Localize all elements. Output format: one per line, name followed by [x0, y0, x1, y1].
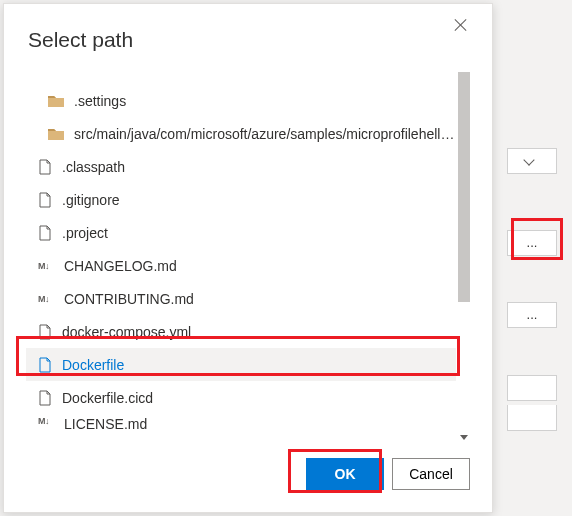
- markdown-icon: M↓: [38, 261, 54, 271]
- dialog-footer: OK Cancel: [4, 444, 492, 512]
- chevron-down-icon: [523, 154, 534, 165]
- tree-row-file[interactable]: .classpath: [26, 150, 456, 183]
- file-icon: [38, 159, 52, 175]
- tree-row-file[interactable]: M↓ CHANGELOG.md: [26, 249, 456, 282]
- background-browse-button-2[interactable]: ...: [507, 302, 557, 328]
- background-textarea[interactable]: [507, 375, 557, 401]
- dialog-header: Select path: [4, 4, 492, 62]
- close-icon[interactable]: [454, 18, 468, 32]
- scrollbar[interactable]: [458, 72, 470, 440]
- item-label: .gitignore: [62, 192, 120, 208]
- file-list[interactable]: .settings src/main/java/com/microsoft/az…: [26, 68, 456, 444]
- background-browse-button-1[interactable]: ...: [507, 230, 557, 256]
- background-textarea-part: [507, 405, 557, 431]
- select-path-dialog: Select path .settings src/main/java/com/…: [3, 3, 493, 513]
- file-icon: [38, 357, 52, 373]
- item-label: Dockerfile: [62, 357, 124, 373]
- file-icon: [38, 324, 52, 340]
- background-dropdown[interactable]: [507, 148, 557, 174]
- item-label: LICENSE.md: [64, 416, 147, 432]
- file-icon: [38, 225, 52, 241]
- tree-row-file[interactable]: Dockerfile.cicd: [26, 381, 456, 414]
- file-tree-panel: .settings src/main/java/com/microsoft/az…: [26, 68, 470, 444]
- tree-row-file-selected[interactable]: Dockerfile: [26, 348, 456, 381]
- folder-icon: [48, 127, 64, 141]
- scrollbar-thumb[interactable]: [458, 72, 470, 302]
- tree-row-file[interactable]: docker-compose.yml: [26, 315, 456, 348]
- item-label: CONTRIBUTING.md: [64, 291, 194, 307]
- item-label: .settings: [74, 93, 126, 109]
- tree-row-folder[interactable]: .settings: [26, 84, 456, 117]
- item-label: Dockerfile.cicd: [62, 390, 153, 406]
- tree-row-folder[interactable]: src/main/java/com/microsoft/azure/sample…: [26, 117, 456, 150]
- file-icon: [38, 390, 52, 406]
- item-label: .project: [62, 225, 108, 241]
- item-label: docker-compose.yml: [62, 324, 191, 340]
- item-label: CHANGELOG.md: [64, 258, 177, 274]
- ok-button[interactable]: OK: [306, 458, 384, 490]
- item-label: src/main/java/com/microsoft/azure/sample…: [74, 126, 456, 142]
- markdown-icon: M↓: [38, 416, 54, 426]
- cancel-button[interactable]: Cancel: [392, 458, 470, 490]
- tree-row-partial[interactable]: [26, 68, 456, 84]
- item-label: .classpath: [62, 159, 125, 175]
- tree-row-file[interactable]: .project: [26, 216, 456, 249]
- markdown-icon: M↓: [38, 294, 54, 304]
- file-icon: [38, 192, 52, 208]
- dialog-title: Select path: [28, 28, 133, 52]
- tree-row-file[interactable]: M↓ CONTRIBUTING.md: [26, 282, 456, 315]
- folder-icon: [48, 94, 64, 108]
- tree-row-file[interactable]: M↓ LICENSE.md: [26, 414, 456, 434]
- scroll-down-icon[interactable]: [460, 435, 468, 440]
- tree-row-file[interactable]: .gitignore: [26, 183, 456, 216]
